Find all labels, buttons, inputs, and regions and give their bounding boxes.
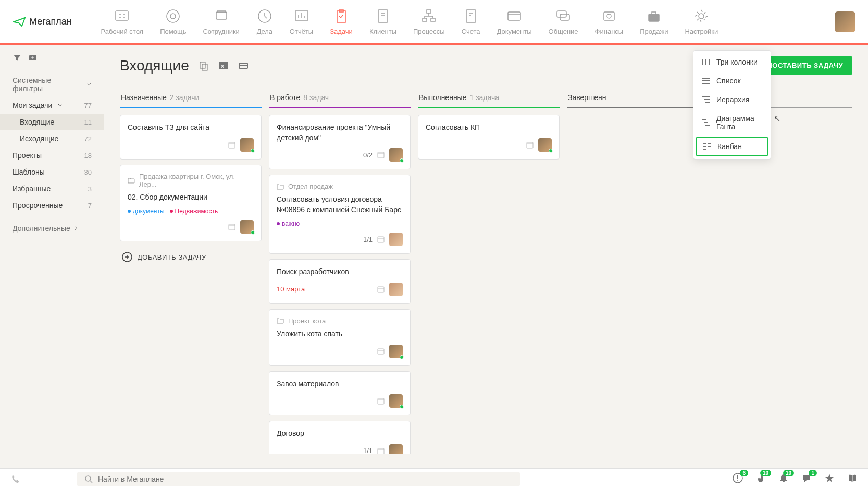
sidebar-outbox[interactable]: Исходящие 72 [0,130,104,147]
svg-point-6 [170,14,176,19]
chevron-right-icon [73,226,79,231]
tag: документы [128,207,165,215]
column-header: Назначенные2 задачи [120,89,262,108]
svg-point-5 [167,10,179,22]
nav-invoices[interactable]: Счета [453,8,489,35]
nav-deals[interactable]: Дела [248,8,281,35]
folder-icon [277,184,284,190]
svg-rect-23 [431,18,435,21]
svg-line-11 [265,16,267,18]
create-task-button[interactable]: ПОСТАВИТЬ ЗАДАЧУ [758,56,852,75]
assignee-avatar [389,148,403,162]
svg-rect-0 [116,11,128,20]
sidebar-additional[interactable]: Дополнительные [0,220,104,237]
svg-rect-86 [378,398,384,404]
sidebar-my-tasks[interactable]: Мои задачи 77 [0,97,104,114]
sidebar-inbox[interactable]: Входящие 11 [0,114,104,130]
task-card[interactable]: Проект кота Уложить кота спать [269,309,411,366]
sidebar-system-filters[interactable]: Системные фильтры [0,72,104,97]
assignee-avatar [538,138,552,152]
card-title: Уложить кота спать [277,329,403,339]
task-card[interactable]: Договор 1/1 [269,421,411,454]
svg-rect-80 [378,237,384,242]
nav-chat[interactable]: Общение [540,8,587,35]
task-card[interactable]: Составить ТЗ для сайта [120,115,262,160]
copy-icon[interactable] [199,60,209,71]
card-progress: 1/1 [363,447,373,454]
content-area: Входящие X ▾ ПОСТАВИТЬ ЗАДАЧУ Три колонк… [104,45,868,468]
plus-circle-icon [122,252,132,262]
svg-rect-35 [604,12,614,20]
task-card[interactable]: Отдел продаж Согласовать условия договор… [269,175,411,254]
sidebar-favorites[interactable]: Избранные 3 [0,180,104,197]
assignee-avatar [389,444,403,454]
nav-finance[interactable]: Финансы [587,8,632,35]
logo[interactable]: Мегаплан [13,16,72,27]
view-three-columns[interactable]: Три колонки [693,53,771,71]
calendar-icon [377,347,385,356]
column-assigned: Назначенные2 задачи Составить ТЗ для сай… [120,89,262,454]
task-card[interactable]: Финансирование проекта "Умный детский до… [269,115,411,169]
card-title: Поиск разработчиков [277,267,403,277]
card-title: Договор [277,429,403,439]
nav-settings[interactable]: Настройки [676,8,726,35]
card-progress: 1/1 [363,236,373,243]
card-title: 02. Сбор документации [128,192,254,203]
svg-rect-78 [378,152,384,158]
nav-help[interactable]: Помощь [152,8,194,35]
svg-rect-31 [508,12,520,20]
add-task-button[interactable]: ДОБАВИТЬ ЗАДАЧУ [120,247,262,267]
svg-rect-7 [216,12,227,19]
view-gantt[interactable]: Диаграмма Ганта [693,109,771,136]
desktop-icon [114,8,130,25]
columns-icon [702,58,710,66]
tag: важно [277,220,300,227]
assignee-avatar [389,233,403,246]
nav-documents[interactable]: Документы [489,8,540,35]
assignee-avatar [389,394,403,408]
view-list[interactable]: Список [693,71,771,90]
nav-tasks[interactable]: Задачи [321,8,361,35]
svg-rect-37 [649,14,659,21]
svg-rect-71 [229,142,235,148]
filter-icon[interactable]: + [13,53,22,63]
sidebar-templates[interactable]: Шаблоны 30 [0,164,104,180]
nav-sales[interactable]: Продажи [631,8,676,35]
nav-desktop[interactable]: Рабочий стол [93,8,152,35]
user-avatar[interactable] [835,11,855,32]
card-tags: важно [277,220,403,227]
task-card[interactable]: Завоз материалов [269,371,411,416]
tag: Недвижимость [170,207,218,215]
nav-processes[interactable]: Процессы [405,8,453,35]
sidebar-projects[interactable]: Проекты 18 [0,147,104,164]
content-header: Входящие X ▾ ПОСТАВИТЬ ЗАДАЧУ Три колонк… [120,56,852,75]
nav-reports[interactable]: Отчёты [281,8,321,35]
assignee-avatar [240,220,254,234]
view-hierarchy[interactable]: Иерархия [693,90,771,109]
assignee-avatar [389,345,403,358]
column-header: Выполненные1 задача [418,89,560,108]
card-date: 10 марта [277,285,305,293]
svg-point-38 [699,14,704,19]
nav-clients[interactable]: Клиенты [361,8,405,35]
svg-rect-18 [379,10,387,22]
documents-icon [506,8,523,25]
task-card[interactable]: Согласовать КП [418,115,560,160]
view-kanban[interactable]: Канбан [696,137,768,156]
svg-rect-73 [229,224,235,230]
card-icon[interactable] [238,60,249,71]
card-title: Согласовать условия договора №08896 с ко… [277,194,403,215]
sidebar-overdue[interactable]: Просроченные 7 [0,197,104,214]
add-filter-icon[interactable] [28,53,38,63]
calendar-icon [228,223,236,231]
chevron-down-icon [86,82,92,87]
task-card[interactable]: Поиск разработчиков 10 марта [269,259,411,304]
folder-icon [128,177,135,184]
task-card[interactable]: Продажа квартиры г. Омск, ул. Лер... 02.… [120,165,262,242]
svg-rect-90 [527,142,533,148]
logo-icon [13,17,26,27]
nav-employees[interactable]: Сотрудники [194,8,247,35]
excel-icon[interactable]: X [218,60,229,71]
svg-rect-28 [467,10,475,22]
sidebar: + Системные фильтры Мои задачи 77 Входящ… [0,45,104,468]
